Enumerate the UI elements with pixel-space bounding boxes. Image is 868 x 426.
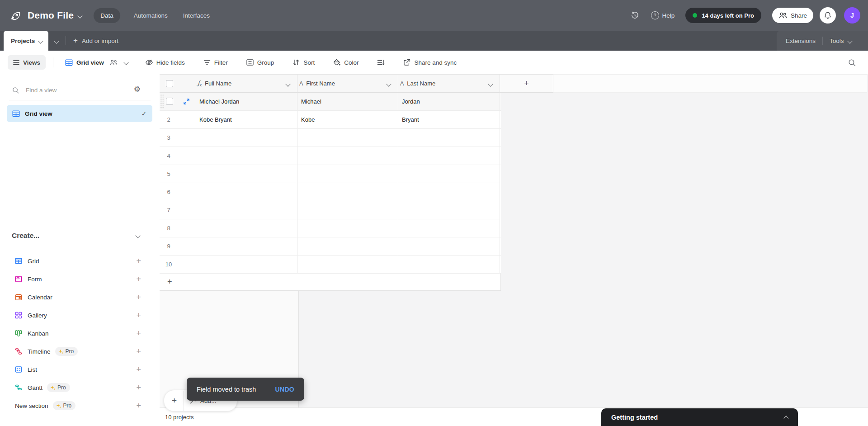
table-row[interactable]: 9 [160,237,501,256]
table-row[interactable]: 2 Kobe Bryant Kobe Bryant [160,111,501,129]
file-title[interactable]: Demo File [28,10,74,21]
add-field-button[interactable] [500,74,553,93]
cell-first-name[interactable] [297,219,398,237]
cell-first-name[interactable] [297,165,398,183]
table-list-chevron-icon[interactable] [55,37,58,45]
cell-first-name[interactable] [297,147,398,165]
cell-full-name[interactable] [196,256,297,273]
cell-full-name[interactable] [196,237,297,255]
table-tab-projects[interactable]: Projects [4,31,48,51]
extensions-button[interactable]: Extensions [786,38,816,44]
cell-full-name[interactable]: Kobe Bryant [196,111,297,128]
table-row[interactable]: 3 [160,129,501,147]
table-row[interactable]: 5 [160,165,501,183]
add-view-plus-icon[interactable] [136,311,141,320]
cell-last-name[interactable] [398,165,500,183]
table-row[interactable]: 4 [160,147,501,165]
table-row[interactable]: 7 [160,201,501,219]
header-select-all[interactable] [160,74,196,93]
column-header-full-name[interactable]: Full Name [196,74,297,93]
cell-first-name[interactable]: Kobe [297,111,398,128]
row-handle[interactable]: 8 [160,219,196,237]
search-icon[interactable] [848,58,856,67]
tools-chevron-icon[interactable] [848,37,852,45]
tab-automations[interactable]: Automations [134,12,168,19]
add-view-plus-icon[interactable] [136,365,141,374]
views-button[interactable]: Views [8,55,46,70]
sidebar-item-kanban[interactable]: Kanban [0,324,160,342]
trial-badge[interactable]: 14 days left on Pro [685,8,761,23]
group-button[interactable]: Group [246,58,274,66]
user-avatar[interactable]: J [844,7,860,24]
create-section-header[interactable]: Create... [12,232,148,240]
row-handle[interactable]: 6 [160,183,196,201]
cell-last-name[interactable] [398,147,500,165]
add-view-plus-icon[interactable] [136,383,141,393]
help-button[interactable]: Help [651,11,675,19]
sidebar-item-gallery[interactable]: Gallery [0,306,160,324]
column-header-last-name[interactable]: Last Name [398,74,500,93]
cell-full-name[interactable] [196,219,297,237]
history-icon[interactable] [631,11,639,20]
row-handle[interactable]: 5 [160,165,196,183]
table-row[interactable]: 8 [160,219,501,237]
drag-handle-icon[interactable] [160,94,164,109]
sidebar-item-calendar[interactable]: Calendar [0,288,160,306]
cell-full-name[interactable] [196,129,297,147]
cell-last-name[interactable] [398,256,500,273]
select-all-checkbox[interactable] [166,80,173,87]
tab-data[interactable]: Data [94,8,120,23]
add-view-plus-icon[interactable] [136,275,141,284]
row-handle[interactable]: 2 [160,111,196,128]
row-handle[interactable]: 4 [160,147,196,165]
rocket-logo-icon[interactable] [10,9,22,22]
cell-full-name[interactable] [196,147,297,165]
cell-first-name[interactable]: Michael [297,93,398,110]
undo-button[interactable]: UNDO [275,386,294,393]
cell-last-name[interactable] [398,201,500,219]
expand-record-icon[interactable] [183,98,190,105]
cell-full-name[interactable] [196,183,297,201]
table-row[interactable]: 6 [160,183,501,201]
row-handle[interactable]: 10 [160,256,196,273]
cell-last-name[interactable] [398,237,500,255]
sidebar-item-list[interactable]: List [0,360,160,379]
add-row-button[interactable] [160,274,501,291]
share-and-sync-button[interactable]: Share and sync [403,58,457,66]
gear-icon[interactable] [134,85,141,94]
cell-last-name[interactable]: Jordan [398,93,500,110]
cell-first-name[interactable] [297,129,398,147]
share-button[interactable]: Share [772,8,813,23]
add-section-plus-icon[interactable] [136,401,141,411]
current-view-button[interactable]: Grid view [65,59,128,66]
hide-fields-button[interactable]: Hide fields [145,58,185,66]
sort-button[interactable]: Sort [292,58,315,66]
row-handle[interactable]: 7 [160,201,196,219]
cell-first-name[interactable] [297,256,398,273]
sidebar-item-timeline[interactable]: Timeline Pro [0,342,160,360]
cell-last-name[interactable] [398,129,500,147]
row-checkbox[interactable] [166,98,173,105]
cell-first-name[interactable] [297,183,398,201]
column-chevron-icon[interactable] [286,80,290,88]
cell-first-name[interactable] [297,201,398,219]
column-header-first-name[interactable]: First Name [297,74,398,93]
add-view-plus-icon[interactable] [136,256,141,266]
title-chevron-down-icon[interactable] [78,11,82,19]
sidebar-item-grid[interactable]: Grid [0,252,160,270]
filter-button[interactable]: Filter [203,58,228,66]
table-tab-chevron-icon[interactable] [39,37,42,45]
add-view-plus-icon[interactable] [136,329,141,338]
cell-full-name[interactable] [196,165,297,183]
sidebar-item-gantt[interactable]: Gantt Pro [0,379,160,397]
add-or-import-button[interactable]: Add or import [73,36,118,45]
column-chevron-icon[interactable] [489,80,492,88]
table-row[interactable]: 1 Michael Jordan Michael Jordan [160,93,501,111]
cell-full-name[interactable] [196,201,297,219]
sidebar-item-new-section[interactable]: New section Pro [0,397,160,415]
sidebar-item-form[interactable]: Form [0,270,160,288]
table-row[interactable]: 10 [160,256,501,274]
find-a-view-input[interactable]: Find a view [0,82,160,98]
cell-last-name[interactable]: Bryant [398,111,500,128]
row-handle[interactable]: 3 [160,129,196,147]
